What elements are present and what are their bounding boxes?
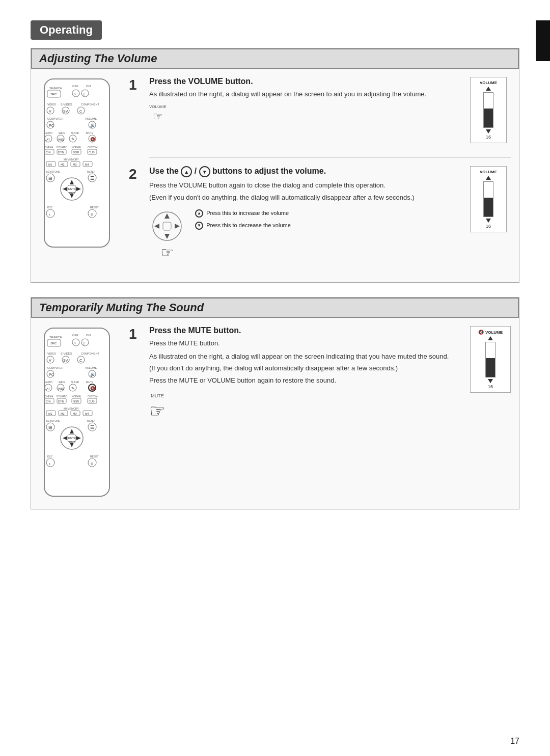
svg-text:ENT: ENT <box>69 441 75 444</box>
svg-text:ON: ON <box>86 85 91 88</box>
svg-text:DYN: DYN <box>58 151 64 154</box>
svg-text:AUTO: AUTO <box>45 381 52 384</box>
svg-text:V: V <box>49 359 51 362</box>
svg-text:M2: M2 <box>61 412 65 415</box>
svg-rect-83 <box>163 222 171 230</box>
svg-text:SEARCH: SEARCH <box>49 87 62 90</box>
svg-text:RESET: RESET <box>90 206 99 209</box>
svg-text:🔇: 🔇 <box>90 386 95 391</box>
svg-text:NOR: NOR <box>73 400 79 403</box>
section-muting-sound: Temporarily Muting The Sound SEARCH OFF … <box>31 297 519 509</box>
svg-marker-79 <box>164 213 170 219</box>
svg-text:COMPUTER: COMPUTER <box>47 117 64 120</box>
svg-text:NORMAL: NORMAL <box>72 395 82 398</box>
svg-text:ESC: ESC <box>47 455 53 458</box>
svg-text:ENTER: ENTER <box>68 437 78 440</box>
svg-text:|: | <box>84 341 85 345</box>
svg-text:PC: PC <box>49 373 54 376</box>
mute-step1: 1 Press the MUTE button. Press the MUTE … <box>129 326 511 422</box>
svg-text:WID: WID <box>58 387 64 390</box>
svg-text:CUS: CUS <box>89 400 95 403</box>
step2: 2 Use the ▲ / ▼ buttons to adjust the vo… <box>129 166 511 260</box>
svg-text:🔇: 🔇 <box>90 137 95 142</box>
step2-title: Use the ▲ / ▼ buttons to adjust the volu… <box>149 166 460 177</box>
mute-desc3: (If you don't do anything, the dialog wi… <box>149 363 460 373</box>
arrow-down-icon: ▼ <box>199 166 210 177</box>
svg-text:MENU: MENU <box>87 419 95 422</box>
svg-text:CUSTOM: CUSTOM <box>88 146 98 149</box>
press-up-icon: ▲ <box>195 209 203 218</box>
svg-text:✎: ✎ <box>71 386 75 391</box>
svg-text:⊞: ⊞ <box>48 176 52 181</box>
svg-text:AT: AT <box>46 387 50 390</box>
svg-text:M3: M3 <box>73 412 77 415</box>
svg-text:M1: M1 <box>48 412 52 415</box>
svg-text:⊖: ⊖ <box>91 462 93 465</box>
svg-text:COMPONENT: COMPONENT <box>81 352 99 355</box>
mute-button-icon: MUTE ☞ <box>149 393 166 422</box>
remote-control-2: SEARCH OFF ON SRC ○ | VIDEO S-VIDEO COMP… <box>39 326 121 501</box>
svg-text:|: | <box>84 92 85 96</box>
svg-text:MUTE: MUTE <box>86 131 94 134</box>
step2-desc1: Press the VOLUME button again to close t… <box>149 180 460 191</box>
svg-text:VOLUME: VOLUME <box>85 117 97 120</box>
mute-desc1: Press the MUTE button. <box>149 338 460 348</box>
svg-text:COMPUTER: COMPUTER <box>47 366 64 369</box>
svg-text:PC: PC <box>49 124 54 127</box>
svg-text:WIDE: WIDE <box>59 131 66 134</box>
svg-text:SEARCH: SEARCH <box>49 336 62 339</box>
svg-text:OFF: OFF <box>72 334 78 337</box>
svg-text:☰: ☰ <box>90 176 94 181</box>
svg-marker-82 <box>175 224 180 229</box>
svg-text:MYMEMORY: MYMEMORY <box>64 407 79 410</box>
svg-text:ε: ε <box>49 462 50 465</box>
volume-button-label: VOLUME ☞ <box>149 104 167 123</box>
press-down-icon: ▼ <box>195 222 203 230</box>
svg-text:C: C <box>79 359 82 362</box>
step2-number: 2 <box>129 166 143 182</box>
svg-text:MUTE: MUTE <box>86 381 94 384</box>
svg-text:CUS: CUS <box>89 151 95 154</box>
black-tab-marker <box>536 20 550 61</box>
svg-text:MENU: MENU <box>87 170 95 173</box>
svg-text:CINEMA: CINEMA <box>44 146 53 149</box>
svg-text:SV: SV <box>63 110 68 113</box>
press-instructions: ▲ Press this to increase the volume ▼ Pr… <box>195 208 291 231</box>
svg-text:BLANK: BLANK <box>71 381 79 384</box>
svg-text:BLANK: BLANK <box>71 131 79 134</box>
svg-text:✎: ✎ <box>71 137 75 142</box>
svg-text:🔊: 🔊 <box>90 372 95 377</box>
svg-text:SRC: SRC <box>50 93 57 96</box>
svg-text:CIN: CIN <box>46 400 51 403</box>
svg-text:VOLUME: VOLUME <box>85 366 97 369</box>
mute-desc4: Press the MUTE or VOLUME button again to… <box>149 375 460 386</box>
svg-text:VIDEO: VIDEO <box>47 352 57 355</box>
step1-title: Press the VOLUME button. <box>149 77 460 86</box>
steps-column-1: 1 Press the VOLUME button. As illustrate… <box>129 77 511 274</box>
step1: 1 Press the VOLUME button. As illustrate… <box>129 77 511 143</box>
svg-marker-81 <box>154 224 159 229</box>
svg-text:RESET: RESET <box>90 455 99 458</box>
svg-text:☰: ☰ <box>90 425 94 430</box>
svg-text:S-VIDEO: S-VIDEO <box>61 103 72 106</box>
svg-text:⊞: ⊞ <box>48 425 52 430</box>
svg-text:DYNAMIC: DYNAMIC <box>57 395 68 398</box>
svg-text:ENT: ENT <box>69 192 75 195</box>
svg-text:AT: AT <box>46 138 50 141</box>
svg-text:MYMEMORY: MYMEMORY <box>64 158 79 161</box>
svg-text:WIDE: WIDE <box>59 381 66 384</box>
svg-text:KEYSTONE: KEYSTONE <box>46 419 61 422</box>
section1-title: Adjusting The Volume <box>31 48 519 69</box>
svg-text:V: V <box>49 110 51 113</box>
step1-volume-display: VOLUME 16 <box>470 77 511 143</box>
svg-text:○: ○ <box>74 341 76 345</box>
svg-marker-80 <box>164 234 170 239</box>
remote-control-1: SEARCH OFF ON SRC ○ | VIDEO S-VIDEO COMP… <box>39 77 121 274</box>
svg-text:🔊: 🔊 <box>90 123 95 128</box>
svg-text:DYNAMIC: DYNAMIC <box>57 146 68 149</box>
svg-text:M4: M4 <box>85 412 89 415</box>
svg-text:COMPONENT: COMPONENT <box>81 103 99 106</box>
svg-text:CUSTOM: CUSTOM <box>88 395 98 398</box>
svg-text:VIDEO: VIDEO <box>47 103 57 106</box>
svg-text:SV: SV <box>63 359 68 362</box>
